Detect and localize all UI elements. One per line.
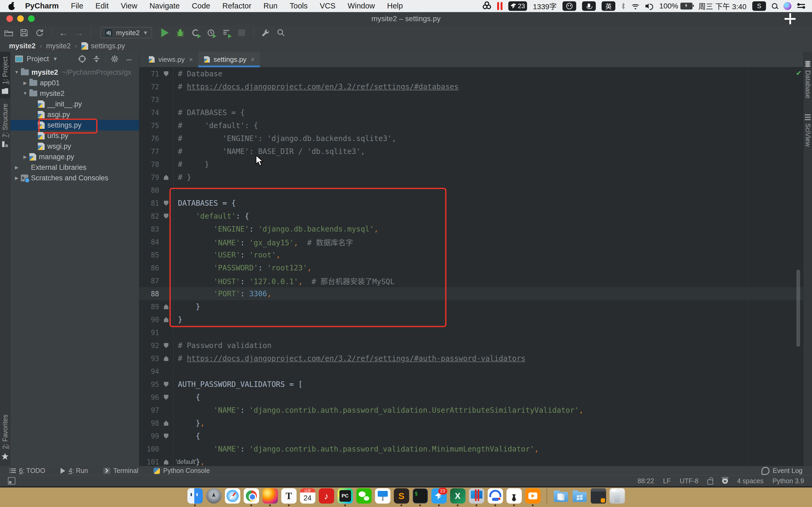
control-center-icon[interactable] bbox=[797, 4, 805, 8]
dock-item-tie-app[interactable] bbox=[506, 488, 522, 506]
dock-item-tv-app[interactable] bbox=[525, 488, 541, 506]
code-line[interactable]: 75# 'default': { bbox=[139, 119, 803, 132]
file-encoding[interactable]: UTF-8 bbox=[680, 477, 699, 485]
dock-item-typora[interactable]: T bbox=[281, 488, 297, 506]
close-icon[interactable]: × bbox=[189, 55, 193, 64]
stop-button[interactable] bbox=[237, 28, 246, 37]
menu-item-code[interactable]: Code bbox=[186, 2, 216, 10]
dock-item-parallels-desktop[interactable] bbox=[469, 488, 484, 506]
dock-item-excel[interactable]: X bbox=[450, 488, 465, 506]
tree-row-settings-py[interactable]: settings.py bbox=[10, 120, 139, 130]
emoji-input-icon[interactable] bbox=[562, 1, 576, 11]
tool-strip-button-favorites[interactable]: 2: Favorites bbox=[0, 410, 10, 464]
menu-item-edit[interactable]: Edit bbox=[89, 2, 115, 10]
chevron-right-icon[interactable]: ▶ bbox=[12, 175, 21, 181]
code-line[interactable]: 73 bbox=[139, 93, 803, 106]
toolwindow-button-terminal[interactable]: Terminal bbox=[103, 467, 138, 474]
python-interpreter[interactable]: Python 3.9 bbox=[772, 477, 804, 485]
dock-item-baidu-netdisk[interactable] bbox=[488, 488, 503, 506]
event-log-button[interactable]: Event Log bbox=[762, 467, 803, 475]
menu-item-pycharm[interactable]: PyCharm bbox=[19, 2, 65, 10]
spotlight-search-icon[interactable] bbox=[772, 3, 778, 9]
fold-end-icon[interactable] bbox=[164, 317, 168, 322]
menu-item-refactor[interactable]: Refactor bbox=[216, 2, 257, 10]
tool-strip-button-database[interactable]: Database bbox=[804, 61, 812, 99]
code-line[interactable]: 76# 'ENGINE': 'django.db.backends.sqlite… bbox=[139, 132, 803, 145]
run-configuration-select[interactable]: dj mysite2 ▼ bbox=[100, 27, 152, 38]
code-line[interactable]: 80 bbox=[139, 184, 803, 197]
run-with-coverage-button[interactable] bbox=[191, 28, 200, 37]
dock-item-trash[interactable] bbox=[610, 488, 625, 506]
editor-breadcrumb[interactable]: 'default' bbox=[176, 458, 196, 465]
dock-item-calendar[interactable]: 11月24 bbox=[300, 488, 315, 506]
dock-item-keynote[interactable] bbox=[375, 488, 391, 506]
tool-strip-button-sciview[interactable]: SciView bbox=[804, 114, 812, 147]
chevron-right-icon[interactable]: ▶ bbox=[21, 154, 29, 160]
code-line[interactable]: 100 'NAME': 'django.contrib.auth.passwor… bbox=[139, 443, 803, 455]
code-line[interactable]: 97 'NAME': 'django.contrib.auth.password… bbox=[139, 404, 803, 417]
dock-item-wechat[interactable] bbox=[356, 488, 372, 506]
menu-item-window[interactable]: Window bbox=[342, 2, 381, 10]
hide-panel-icon[interactable]: – bbox=[124, 54, 134, 64]
dock-item-safari[interactable] bbox=[225, 488, 240, 506]
dingtalk-menubar-badge[interactable]: 23 bbox=[508, 1, 527, 11]
chevron-down-icon[interactable]: ▼ bbox=[53, 56, 58, 62]
input-language-switcher[interactable]: 英 bbox=[602, 1, 615, 11]
fold-end-icon[interactable] bbox=[164, 175, 168, 180]
code-line[interactable]: 99 { bbox=[139, 430, 803, 443]
tree-row-scratches-and-consoles[interactable]: ▶Scratches and Consoles bbox=[10, 173, 139, 183]
window-titlebar[interactable]: mysite2 – settings.py bbox=[0, 12, 812, 25]
battery-indicator[interactable]: 100% bbox=[659, 2, 693, 10]
fold-start-icon[interactable] bbox=[164, 343, 168, 348]
wrench-icon[interactable] bbox=[261, 28, 270, 37]
run-dashboard-button[interactable] bbox=[222, 28, 231, 37]
dock-item-launchpad[interactable] bbox=[206, 488, 221, 506]
code-line[interactable]: 78# } bbox=[139, 158, 803, 171]
code-line[interactable]: 74# DATABASES = { bbox=[139, 106, 803, 119]
code-line[interactable]: 87 'HOST': '127.0.0.1', # 那台机器安装了MySQL bbox=[139, 274, 803, 287]
tree-row-mysite2[interactable]: ▼mysite2 bbox=[10, 88, 139, 99]
code-line[interactable]: 83 'ENGINE': 'django.db.backends.mysql', bbox=[139, 223, 803, 235]
dock-item-folder-documents[interactable] bbox=[553, 488, 568, 506]
hide-tool-windows-icon[interactable] bbox=[8, 477, 15, 485]
project-panel-title[interactable]: Project bbox=[27, 55, 49, 63]
toolwindow-button-todo[interactable]: 6: TODO bbox=[9, 467, 45, 474]
fold-start-icon[interactable] bbox=[164, 201, 168, 206]
dock-item-netease-music[interactable]: ♪ bbox=[319, 488, 334, 506]
sync-icon[interactable] bbox=[35, 28, 44, 37]
fold-start-icon[interactable] bbox=[164, 71, 168, 76]
breadcrumb-item[interactable]: mysite2 bbox=[46, 42, 71, 50]
fold-start-icon[interactable] bbox=[164, 214, 168, 219]
search-everywhere-icon[interactable] bbox=[276, 28, 286, 37]
code-editor[interactable]: 71# Database72# https://docs.djangoproje… bbox=[139, 67, 803, 466]
open-folder-icon[interactable] bbox=[4, 28, 13, 37]
highlighting-level-icon[interactable] bbox=[722, 478, 728, 484]
code-line[interactable]: 98 }, bbox=[139, 417, 803, 430]
locate-file-icon[interactable] bbox=[77, 54, 88, 64]
menu-item-vcs[interactable]: VCS bbox=[314, 2, 342, 10]
code-line[interactable]: 85 'USER': 'root', bbox=[139, 248, 803, 262]
apple-menu-icon[interactable] bbox=[8, 2, 15, 10]
fold-end-icon[interactable] bbox=[164, 304, 168, 309]
chevron-down-icon[interactable]: ▼ bbox=[12, 70, 21, 75]
code-line[interactable]: 101 }, bbox=[139, 455, 803, 466]
tree-row-urls-py[interactable]: urls.py bbox=[10, 130, 139, 141]
tree-row-asgi-py[interactable]: asgi.py bbox=[10, 109, 139, 120]
indent-setting[interactable]: 4 spaces bbox=[737, 477, 763, 485]
tree-row-mysite2[interactable]: ▼mysite2~/PycharmProjects/gx bbox=[10, 67, 139, 78]
chevron-down-icon[interactable]: ▼ bbox=[21, 91, 29, 96]
save-all-icon[interactable] bbox=[19, 28, 29, 37]
fold-end-icon[interactable] bbox=[164, 459, 168, 464]
code-line[interactable]: 90} bbox=[139, 313, 803, 326]
chevron-right-icon[interactable]: ▶ bbox=[21, 80, 29, 86]
dictation-icon[interactable] bbox=[582, 1, 596, 11]
line-separator[interactable]: LF bbox=[663, 477, 671, 485]
dock-item-dingtalk[interactable]: 23 bbox=[432, 488, 447, 506]
dock-item-terminal[interactable]: $ bbox=[413, 488, 428, 506]
tree-row-wsgi-py[interactable]: wsgi.py bbox=[10, 141, 139, 152]
code-line[interactable]: 92# Password validation bbox=[139, 339, 803, 352]
fold-start-icon[interactable] bbox=[164, 382, 168, 387]
menu-item-tools[interactable]: Tools bbox=[284, 2, 314, 10]
menu-item-navigate[interactable]: Navigate bbox=[143, 2, 186, 10]
editor-scrollbar[interactable] bbox=[797, 270, 800, 347]
